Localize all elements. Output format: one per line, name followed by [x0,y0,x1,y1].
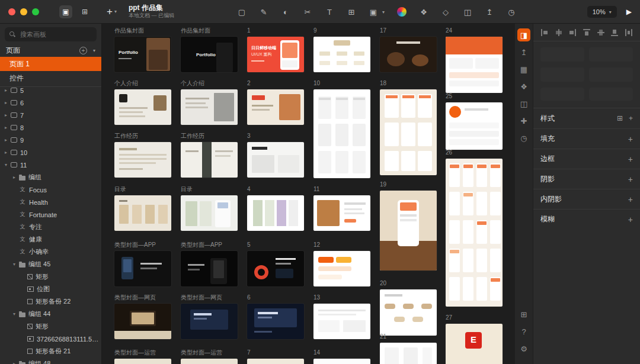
add-blur-button[interactable]: + [628,215,633,224]
chevron-icon[interactable]: ▸ [5,88,11,93]
artboard-label[interactable]: 7 [247,350,251,356]
height-field[interactable] [589,67,633,82]
artboard-label[interactable]: 5 [247,242,251,248]
artboard-label[interactable]: 目录 [181,186,193,192]
slice-tool-icon[interactable]: ✂ [303,7,312,17]
frame-tool-icon[interactable]: ▢ [237,7,247,17]
artboard-thumbnail[interactable] [181,89,238,125]
layer-row[interactable]: 位图 [0,283,101,295]
artboard-label[interactable]: 3 [247,133,251,139]
align-right-icon[interactable] [568,28,577,37]
rotation-field[interactable] [540,88,584,101]
artboard-label[interactable]: 类型封面—运营 [114,350,156,356]
artboard-label[interactable]: 类型封面—APP [114,242,156,248]
layer-row[interactable]: ▸9 [0,134,101,146]
artboard-label[interactable]: 1 [247,28,251,34]
help-icon[interactable]: ? [517,325,530,338]
artboard-thumbnail[interactable] [446,102,503,150]
artboard-label[interactable]: 17 [380,28,386,34]
library-tool-icon[interactable]: ◫ [463,7,472,17]
page-item-selected[interactable]: 页面 1 [0,57,101,71]
design-panel-icon[interactable]: ◨ [517,28,530,41]
add-page-icon[interactable]: + [79,47,87,54]
artboard-label[interactable]: 2 [247,80,251,86]
add-fill-button[interactable]: + [628,134,633,144]
chevron-icon[interactable]: ▸ [13,361,19,364]
x-field[interactable] [540,47,584,62]
distribute-horizontal-icon[interactable] [625,28,633,37]
layer-row[interactable]: ▸7 [0,109,101,121]
artboard-thumbnail[interactable] [380,343,437,364]
artboard-thumbnail[interactable] [313,195,370,231]
plugin-icon[interactable]: ✚ [517,114,530,127]
boolean-tool-icon[interactable]: ⊞ [347,7,356,17]
artboard-label[interactable]: 21 [380,334,386,340]
artboard-thumbnail[interactable] [247,359,304,364]
width-field[interactable] [540,67,584,82]
zoom-select[interactable]: 10% ▾ [587,6,617,18]
layer-row[interactable]: 37266268813111.5b6a4... [0,333,101,345]
chevron-icon[interactable]: ▸ [5,125,11,130]
artboard-thumbnail[interactable] [181,251,238,286]
chevron-icon[interactable]: ▾ [5,162,11,167]
artboard-thumbnail[interactable] [313,304,370,339]
component-icon[interactable]: ❖ [517,80,530,93]
artboard-thumbnail[interactable] [247,251,304,286]
artboard-label[interactable]: 11 [313,186,319,192]
artboard-label[interactable]: 18 [380,80,386,86]
mask-tool-icon[interactable]: ◐ [281,7,290,17]
add-style-icon[interactable]: + [629,114,633,123]
artboard-thumbnail[interactable] [114,195,171,231]
settings-icon[interactable]: ⚙ [517,342,530,355]
align-left-icon[interactable] [540,28,549,37]
asset-icon[interactable]: ◫ [517,97,530,110]
align-middle-vertical-icon[interactable] [597,28,605,37]
artboard-thumbnail[interactable]: E [446,324,503,364]
history-icon[interactable]: ◷ [517,131,530,144]
instance-tool-icon[interactable]: ◇ [441,7,450,17]
artboard-label[interactable]: 6 [247,295,251,301]
artboard-label[interactable]: 类型封面—网页 [181,295,222,301]
artboard-label[interactable]: 工作经历 [114,133,138,139]
chevron-icon[interactable]: ▾ [13,262,19,267]
search-input[interactable] [19,30,92,38]
align-center-horizontal-icon[interactable] [555,28,563,37]
layer-row[interactable]: 矩形 [0,270,101,283]
layer-row[interactable]: ▾编组 45 [0,258,101,270]
artboard-thumbnail[interactable] [247,195,304,231]
artboard-label[interactable]: 26 [446,150,452,156]
layer-row[interactable]: 文小确幸 [0,246,101,258]
artboard-thumbnail[interactable] [247,142,304,178]
artboard-thumbnail[interactable] [313,251,370,286]
canvas[interactable]: 作品集封面Portfolio个人介绍工作经历目录类型封面—APP类型封面—网页类… [102,24,514,364]
search-box[interactable] [5,27,97,41]
collapse-pages-icon[interactable]: ▾ [93,48,95,53]
layer-row[interactable]: ▸编组 48 [0,357,101,364]
add-shadow-button[interactable]: + [628,175,633,184]
layer-row[interactable]: 文Fortunate [0,208,101,221]
artboard-label[interactable]: 27 [446,315,452,321]
history-tool-icon[interactable]: ◷ [507,7,516,17]
artboard-thumbnail[interactable]: 日日鲜移动端UI/UX 重构 [247,37,304,72]
artboard-label[interactable]: 14 [313,350,320,356]
artboard-thumbnail[interactable] [247,304,304,339]
layer-row[interactable]: ▸10 [0,146,101,159]
y-field[interactable] [589,47,633,62]
chevron-icon[interactable]: ▸ [5,137,11,143]
color-wheel-icon[interactable] [397,7,407,17]
widgets-item[interactable]: 控件 [0,71,101,85]
insert-button[interactable]: + ▾ [107,6,117,18]
pen-tool-icon[interactable]: ✎ [259,7,268,17]
artboard-thumbnail[interactable]: Portfolio [114,37,171,72]
artboard-label[interactable]: 目录 [114,186,126,192]
artboard-thumbnail[interactable] [380,191,437,270]
artboard-label[interactable]: 个人介绍 [181,80,204,86]
layer-row[interactable]: 文Focus [0,183,101,196]
export-tool-icon[interactable]: ↥ [485,7,494,17]
artboard-label[interactable]: 19 [380,182,386,188]
layer-row[interactable]: ▸6 [0,96,101,109]
artboard-label[interactable]: 13 [313,295,320,301]
maximize-window-button[interactable] [32,8,39,15]
layer-row[interactable]: 文健康 [0,233,101,246]
canvas-mode-icon[interactable]: ▣ [59,5,72,18]
